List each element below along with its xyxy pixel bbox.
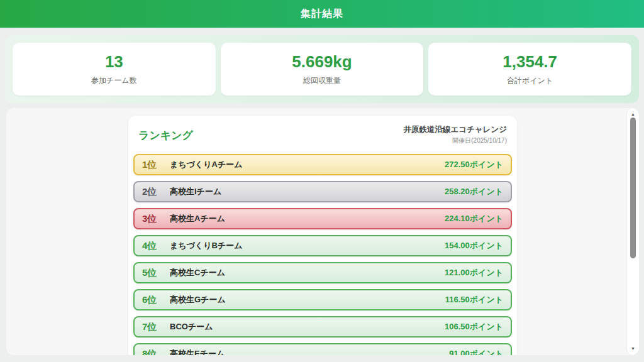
- scrollbar-thumb[interactable]: [630, 118, 636, 258]
- points-value: 91.00ポイント: [449, 348, 503, 355]
- event-info: 井原鉄道沿線エコチャレンジ 開催日(2025/10/17): [403, 124, 507, 145]
- stat-value-teams: 13: [105, 52, 123, 72]
- ranking-row: 5位 高校生Cチーム 121.00ポイント: [133, 262, 512, 283]
- stat-card-points: 1,354.7 合計ポイント: [428, 43, 631, 96]
- rank-label: 5位: [142, 267, 166, 279]
- ranking-header: ランキング 井原鉄道沿線エコチャレンジ 開催日(2025/10/17): [138, 124, 507, 145]
- ranking-row: 7位 BCOチーム 106.50ポイント: [133, 316, 512, 337]
- scrollbar-track[interactable]: ▲ ▼: [627, 108, 639, 355]
- points-value: 121.00ポイント: [445, 267, 503, 278]
- scroll-up-arrow-icon[interactable]: ▲: [627, 111, 639, 118]
- stat-card-teams: 13 参加チーム数: [13, 43, 216, 96]
- points-value: 116.50ポイント: [445, 294, 503, 305]
- ranking-card: ランキング 井原鉄道沿線エコチャレンジ 開催日(2025/10/17) 1位 ま…: [128, 116, 517, 355]
- stat-card-weight: 5.669kg 総回収重量: [221, 43, 424, 96]
- ranking-row: 2位 高校生Iチーム 258.20ポイント: [133, 181, 512, 202]
- stat-label-points: 合計ポイント: [507, 75, 553, 86]
- points-value: 154.00ポイント: [445, 240, 503, 251]
- ranking-rows: 1位 まちづくりAチーム 272.50ポイント 2位 高校生Iチーム 258.2…: [133, 154, 512, 355]
- rank-label: 4位: [142, 240, 166, 252]
- rank-label: 1位: [142, 159, 166, 171]
- ranking-panel: ランキング 井原鉄道沿線エコチャレンジ 開催日(2025/10/17) 1位 ま…: [6, 108, 639, 355]
- points-value: 258.20ポイント: [445, 186, 503, 197]
- ranking-title: ランキング: [138, 124, 193, 143]
- ranking-row: 1位 まちづくりAチーム 272.50ポイント: [133, 154, 512, 175]
- rank-label: 7位: [142, 321, 166, 333]
- app-header: 集計結果: [0, 0, 644, 28]
- event-name: 井原鉄道沿線エコチャレンジ: [403, 124, 507, 135]
- stat-label-teams: 参加チーム数: [91, 75, 137, 86]
- ranking-row: 3位 高校生Aチーム 224.10ポイント: [133, 208, 512, 229]
- rank-label: 6位: [142, 294, 166, 306]
- team-name: まちづくりBチーム: [170, 240, 243, 251]
- team-name: 高校生Iチーム: [170, 186, 221, 197]
- team-name: 高校生Aチーム: [170, 213, 225, 224]
- rank-label: 8位: [142, 348, 166, 356]
- stat-label-weight: 総回収重量: [303, 75, 341, 86]
- stat-value-points: 1,354.7: [502, 52, 557, 72]
- ranking-row: 8位 高校生Eチーム 91.00ポイント: [133, 343, 512, 355]
- team-name: 高校生Gチーム: [170, 294, 226, 305]
- rank-label: 2位: [142, 186, 166, 198]
- ranking-row: 6位 高校生Gチーム 116.50ポイント: [133, 289, 512, 310]
- points-value: 272.50ポイント: [445, 159, 503, 170]
- points-value: 106.50ポイント: [445, 321, 503, 332]
- ranking-row: 4位 まちづくりBチーム 154.00ポイント: [133, 235, 512, 256]
- stat-value-weight: 5.669kg: [292, 52, 352, 72]
- team-name: まちづくりAチーム: [170, 159, 243, 170]
- team-name: 高校生Eチーム: [170, 348, 225, 355]
- scroll-down-arrow-icon[interactable]: ▼: [627, 346, 639, 352]
- event-date: 開催日(2025/10/17): [403, 136, 507, 145]
- team-name: 高校生Cチーム: [170, 267, 225, 278]
- rank-label: 3位: [142, 213, 166, 225]
- points-value: 224.10ポイント: [445, 213, 503, 224]
- page-title: 集計結果: [301, 8, 343, 21]
- stats-strip: 13 参加チーム数 5.669kg 総回収重量 1,354.7 合計ポイント: [5, 35, 639, 103]
- team-name: BCOチーム: [170, 321, 213, 332]
